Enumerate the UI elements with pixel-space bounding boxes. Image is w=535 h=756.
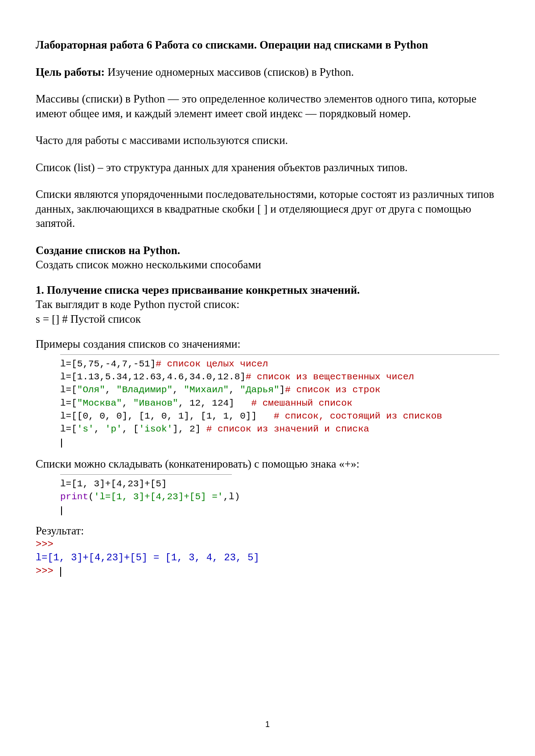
text-cursor-icon bbox=[61, 506, 62, 515]
document-page: Лабораторная работа 6 Работа со списками… bbox=[0, 0, 535, 578]
code-line: l=['s', 'p', ['isok'], 2] # список из зн… bbox=[60, 423, 499, 436]
code-cursor-line bbox=[60, 436, 499, 449]
text-cursor-icon bbox=[60, 567, 61, 577]
code-line: l=[1, 3]+[4,23]+[5] bbox=[60, 477, 232, 490]
heading-create-lists: Создание списков на Python. bbox=[36, 243, 499, 258]
code-block-2: l=[1, 3]+[4,23]+[5] print('l=[1, 3]+[4,2… bbox=[60, 474, 232, 517]
code-line: l=["Оля", "Владимир", "Михаил", "Дарья"]… bbox=[60, 383, 499, 396]
assignment-desc-2: s = [] # Пустой список bbox=[36, 312, 499, 327]
paragraph-2: Часто для работы с массивами используютс… bbox=[36, 133, 499, 148]
paragraph-5: Примеры создания списков со значениями: bbox=[36, 337, 499, 352]
assignment-desc-1: Так выглядит в коде Python пустой список… bbox=[36, 297, 499, 312]
text-cursor-icon bbox=[61, 439, 62, 448]
paragraph-6: Списки можно складывать (конкатенировать… bbox=[36, 457, 499, 472]
page-number: 1 bbox=[0, 720, 535, 729]
section-assignment: 1. Получение списка через присваивание к… bbox=[36, 283, 499, 327]
result-prompt-1: >>> bbox=[36, 538, 499, 551]
code-cursor-line bbox=[60, 504, 232, 517]
code-line: l=["Москва", "Иванов", 12, 124] # смешан… bbox=[60, 397, 499, 410]
goal-label: Цель работы: bbox=[36, 66, 105, 78]
code-line: l=[[0, 0, 0], [1, 0, 1], [1, 1, 0]] # сп… bbox=[60, 410, 499, 423]
heading-create-lists-desc: Создать список можно несколькими способа… bbox=[36, 258, 499, 272]
subheading-assignment: 1. Получение списка через присваивание к… bbox=[36, 283, 499, 298]
code-block-1: l=[5,75,-4,7,-51]# список целых чисел l=… bbox=[60, 354, 499, 449]
paragraph-1: Массивы (списки) в Python — это определе… bbox=[36, 92, 499, 121]
result-label: Результат: bbox=[36, 524, 499, 538]
document-title: Лабораторная работа 6 Работа со списками… bbox=[36, 38, 499, 53]
paragraph-3: Список (list) – это структура данных для… bbox=[36, 160, 499, 175]
section-create-lists: Создание списков на Python. Создать спис… bbox=[36, 243, 499, 272]
goal-text: Изучение одномерных массивов (списков) в… bbox=[105, 66, 354, 78]
goal-paragraph: Цель работы: Изучение одномерных массиво… bbox=[36, 65, 499, 80]
code-line: l=[5,75,-4,7,-51]# список целых чисел bbox=[60, 357, 499, 370]
result-output: l=[1, 3]+[4,23]+[5] = [1, 3, 4, 23, 5] bbox=[36, 551, 499, 565]
code-line: l=[1.13,5.34,12.63,4.6,34.0,12.8]# списо… bbox=[60, 370, 499, 383]
result-prompt-2: >>> bbox=[36, 565, 499, 578]
code-line: print('l=[1, 3]+[4,23]+[5] =',l) bbox=[60, 490, 232, 503]
paragraph-4: Списки являются упорядоченными последова… bbox=[36, 187, 499, 231]
